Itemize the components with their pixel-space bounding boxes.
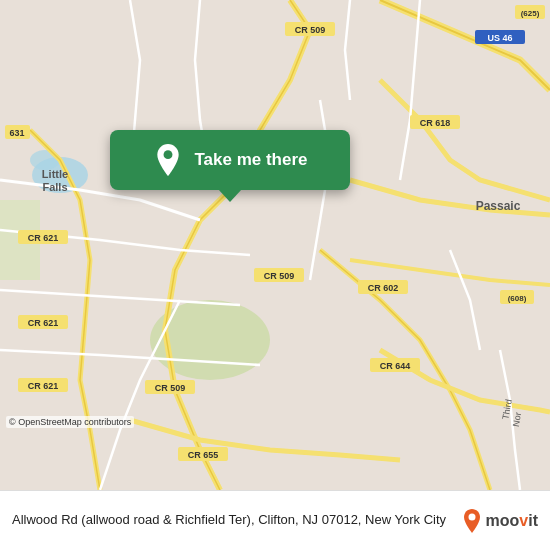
svg-text:CR 621: CR 621 (28, 381, 59, 391)
attribution-text: © OpenStreetMap contributors (9, 417, 131, 427)
address-text: Allwood Rd (allwood road & Richfield Ter… (12, 511, 452, 529)
svg-text:CR 618: CR 618 (420, 118, 451, 128)
svg-text:CR 509: CR 509 (295, 25, 326, 35)
moovit-brand-text: moovit (486, 512, 538, 530)
svg-text:CR 655: CR 655 (188, 450, 219, 460)
svg-text:(625): (625) (521, 9, 540, 18)
svg-text:Falls: Falls (42, 181, 67, 193)
osm-attribution: © OpenStreetMap contributors (6, 416, 134, 428)
svg-text:CR 602: CR 602 (368, 283, 399, 293)
svg-point-39 (468, 513, 475, 520)
take-me-there-label: Take me there (194, 150, 307, 170)
svg-text:CR 621: CR 621 (28, 318, 59, 328)
svg-text:US 46: US 46 (487, 33, 512, 43)
info-bar: Allwood Rd (allwood road & Richfield Ter… (0, 490, 550, 550)
address-full: Allwood Rd (allwood road & Richfield Ter… (12, 512, 446, 527)
map-container: CR 509 US 46 (625) 631 CR 621 CR 618 CR … (0, 0, 550, 490)
svg-text:Little: Little (42, 168, 68, 180)
moovit-logo: moovit (462, 509, 538, 533)
svg-text:CR 509: CR 509 (264, 271, 295, 281)
svg-point-38 (164, 150, 173, 159)
svg-text:CR 644: CR 644 (380, 361, 411, 371)
svg-text:631: 631 (9, 128, 24, 138)
svg-text:CR 509: CR 509 (155, 383, 186, 393)
moovit-pin-icon (462, 509, 482, 533)
take-me-there-popup[interactable]: Take me there (110, 130, 350, 190)
svg-text:Passaic: Passaic (476, 199, 521, 213)
svg-text:(608): (608) (508, 294, 527, 303)
location-pin-icon (152, 144, 184, 176)
svg-text:CR 621: CR 621 (28, 233, 59, 243)
